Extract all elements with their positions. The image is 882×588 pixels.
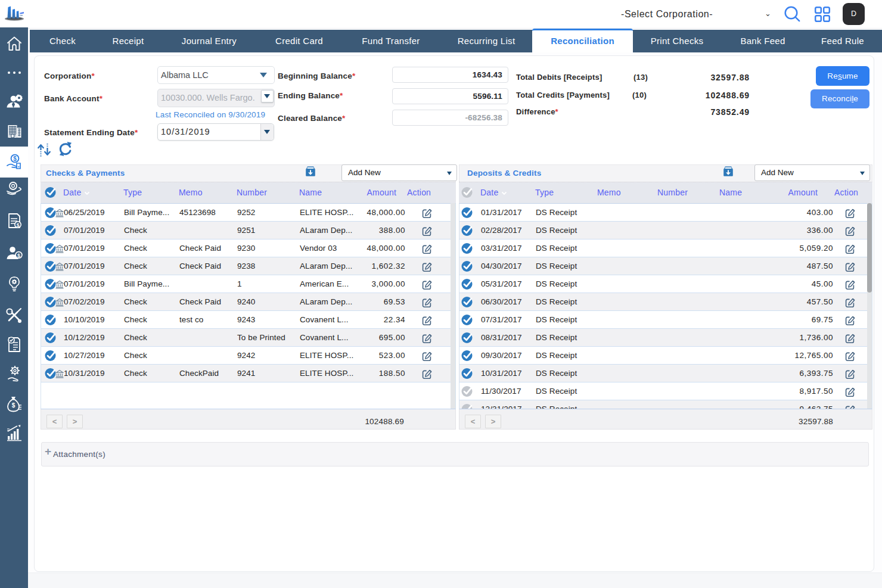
- svg-text:$: $: [13, 155, 17, 162]
- svg-text:$: $: [16, 222, 19, 228]
- svg-text:$: $: [17, 253, 20, 259]
- svg-text:$: $: [11, 402, 15, 409]
